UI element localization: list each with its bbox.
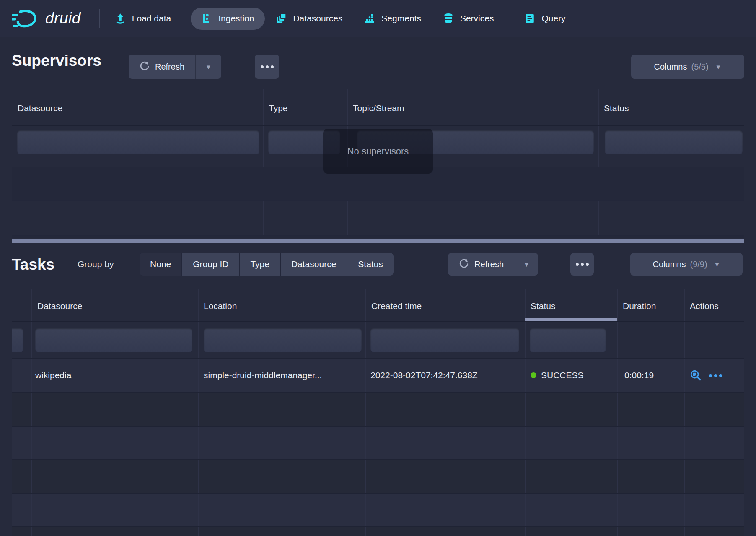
no-supervisors-overlay: No supervisors — [323, 129, 433, 174]
row-border — [12, 200, 744, 201]
supervisors-columns-button[interactable]: Columns (5/5) ▼ — [631, 55, 744, 79]
nav-item-label: Segments — [381, 13, 421, 23]
nav-item-label: Ingestion — [218, 13, 254, 23]
tasks-header-created-time[interactable]: Created time — [365, 301, 525, 311]
columns-count: (5/5) — [691, 62, 708, 72]
group-by-status-button[interactable]: Status — [347, 253, 394, 276]
status-dot — [531, 372, 536, 378]
druid-logo-icon — [12, 9, 39, 28]
more-icon — [576, 263, 589, 266]
tasks-header-status[interactable]: Status — [525, 301, 617, 311]
supervisors-title: Supervisors — [12, 52, 101, 70]
supervisors-more-button[interactable] — [255, 55, 279, 79]
header-border — [12, 125, 744, 126]
group-by-label: Group by — [78, 259, 114, 269]
refresh-label: Refresh — [155, 62, 184, 72]
tasks-refresh-dropdown-button[interactable]: ▼ — [515, 253, 538, 276]
tasks-filter-created-time[interactable] — [370, 328, 519, 352]
caret-down-icon: ▼ — [714, 261, 720, 268]
group-by-none-button[interactable]: None — [140, 253, 181, 276]
row-border — [12, 358, 744, 359]
row-border — [12, 493, 744, 494]
supervisors-header-datasource[interactable]: Datasource — [12, 103, 263, 113]
tasks-header-location[interactable]: Location — [198, 301, 365, 311]
cell-datasource: wikipedia — [35, 359, 71, 392]
group-by-group-id-button[interactable]: Group ID — [182, 253, 239, 276]
refresh-icon — [140, 61, 150, 73]
row-border — [12, 426, 744, 427]
empty-row — [12, 392, 744, 426]
supervisors-horizontal-scrollbar[interactable] — [12, 239, 744, 243]
group-by-datasource-button[interactable]: Datasource — [281, 253, 347, 276]
tasks-filter-location[interactable] — [204, 328, 362, 352]
empty-row — [12, 493, 744, 526]
nav-item-services[interactable]: Services — [432, 7, 505, 30]
supervisors-filter-datasource[interactable] — [17, 130, 259, 154]
column-divider — [31, 289, 32, 536]
cell-actions — [690, 359, 722, 392]
nav-divider — [509, 9, 509, 28]
nav-item-datasources[interactable]: Datasources — [265, 7, 353, 30]
tasks-refresh-button[interactable]: Refresh — [448, 253, 515, 276]
column-divider — [525, 289, 526, 536]
refresh-icon — [459, 258, 469, 271]
group-by-type-button[interactable]: Type — [240, 253, 280, 276]
row-more-actions-icon[interactable] — [709, 374, 722, 377]
column-divider — [684, 289, 685, 536]
supervisors-header-topic-stream[interactable]: Topic/Stream — [347, 103, 598, 113]
nav-divider — [99, 9, 100, 28]
tasks-refresh-group: Refresh ▼ — [448, 253, 538, 276]
cell-created-time: 2022-08-02T07:42:47.638Z — [370, 359, 478, 392]
supervisors-refresh-dropdown-button[interactable]: ▼ — [195, 55, 221, 79]
tasks-header-datasource[interactable]: Datasource — [31, 301, 198, 311]
tasks-header-actions[interactable]: Actions — [684, 301, 744, 311]
column-divider — [198, 289, 199, 536]
supervisors-refresh-button[interactable]: Refresh — [129, 55, 195, 79]
supervisors-header-status[interactable]: Status — [598, 103, 744, 113]
more-icon — [261, 65, 274, 68]
cell-duration: 0:00:19 — [624, 359, 654, 392]
tasks-more-button[interactable] — [570, 253, 594, 276]
druid-logo[interactable]: druid — [12, 9, 81, 28]
nav-divider — [186, 9, 186, 28]
columns-label: Columns — [654, 62, 687, 72]
nav-item-load-data[interactable]: Load data — [104, 7, 182, 30]
nav-item-ingestion[interactable]: Ingestion — [191, 8, 265, 30]
column-divider — [617, 289, 618, 536]
druid-console: druid Load data Ingestion — [0, 0, 756, 536]
row-border — [12, 392, 744, 393]
caret-down-icon: ▼ — [205, 64, 212, 70]
column-divider — [365, 289, 366, 536]
row-border — [12, 459, 744, 460]
row-border — [12, 235, 744, 236]
tasks-filter-status[interactable] — [530, 328, 606, 352]
tasks-filter-group[interactable] — [12, 328, 23, 352]
tasks-table: Datasource Location Created time Status … — [12, 289, 744, 536]
cell-location: simple-druid-middlemanager... — [204, 359, 322, 392]
supervisors-refresh-group: Refresh ▼ — [129, 55, 221, 79]
nav-item-label: Load data — [132, 13, 171, 23]
caret-down-icon: ▼ — [523, 261, 530, 268]
group-by-segmented-control: None Group ID Type Datasource Status — [140, 253, 394, 276]
tasks-filter-datasource[interactable] — [35, 328, 192, 352]
header-border — [12, 321, 744, 322]
tasks-header-duration[interactable]: Duration — [617, 301, 684, 311]
segments-icon — [364, 13, 375, 24]
supervisors-header-type[interactable]: Type — [263, 103, 347, 113]
refresh-label: Refresh — [474, 260, 504, 269]
columns-label: Columns — [653, 260, 686, 269]
nav-item-label: Services — [460, 13, 494, 23]
empty-row — [12, 526, 744, 536]
empty-row — [12, 426, 744, 459]
nav-item-segments[interactable]: Segments — [353, 7, 432, 30]
nav-item-query[interactable]: Query — [513, 7, 576, 30]
tasks-columns-button[interactable]: Columns (9/9) ▼ — [630, 253, 743, 276]
empty-row — [12, 459, 744, 493]
supervisors-filter-status[interactable] — [605, 130, 743, 154]
brand-name: druid — [45, 10, 81, 27]
query-icon — [524, 13, 535, 24]
view-log-icon[interactable] — [690, 369, 702, 381]
upload-icon — [115, 13, 126, 24]
services-icon — [443, 13, 454, 24]
ingestion-icon — [202, 13, 212, 24]
